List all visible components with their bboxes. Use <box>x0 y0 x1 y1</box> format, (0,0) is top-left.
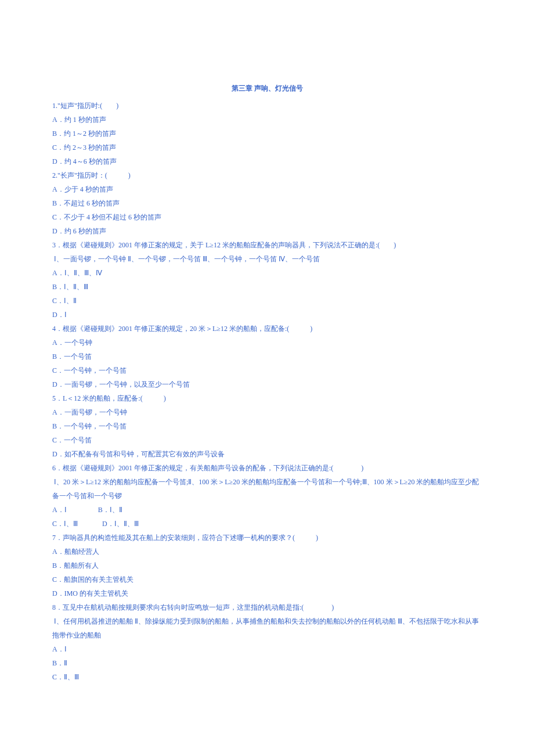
text-line: 7．声响器具的构造性能及其在船上的安装细则，应符合下述哪一机构的要求？( ) <box>52 531 482 545</box>
text-line: C．约 2～3 秒的笛声 <box>52 141 482 154</box>
text-line: D．Ⅰ <box>52 308 482 322</box>
text-line: C．不少于 4 秒但不超过 6 秒的笛声 <box>52 210 482 224</box>
text-line: D．一面号锣，一个号钟，以及至少一个号笛 <box>52 377 482 391</box>
text-line: C．船旗国的有关主管机关 <box>52 573 482 586</box>
text-line: D．如不配备有号笛和号钟，可配置其它有效的声号设备 <box>52 447 482 461</box>
text-line: A．少于 4 秒的笛声 <box>52 182 482 196</box>
text-line: C．Ⅰ、Ⅲ D．Ⅰ、Ⅱ、Ⅲ <box>52 517 482 531</box>
text-line: A．一个号钟 <box>52 336 482 350</box>
text-line: C．一个号钟，一个号笛 <box>52 363 482 377</box>
text-line: 2."长声"指历时：( ) <box>52 168 482 182</box>
text-line: D．约 4～6 秒的笛声 <box>52 154 482 168</box>
text-line: C．Ⅱ、Ⅲ <box>52 670 482 684</box>
text-line: 1."短声"指历时:( ) <box>52 99 482 113</box>
text-line: C．Ⅰ、Ⅱ <box>52 294 482 308</box>
text-line: A．船舶经营人 <box>52 545 482 559</box>
text-line: Ⅰ、一面号锣，一个号钟 Ⅱ、一个号锣，一个号笛 Ⅲ、一个号钟，一个号笛 Ⅳ、一个… <box>52 252 482 266</box>
text-line: Ⅰ、任何用机器推进的船舶 Ⅱ、除操纵能力受到限制的船舶，从事捕鱼的船舶和失去控制… <box>52 614 482 642</box>
text-line: 6．根据《避碰规则》2001 年修正案的规定，有关船舶声号设备的配备，下列说法正… <box>52 461 482 475</box>
text-line: B．约 1～2 秒的笛声 <box>52 127 482 141</box>
text-line: A．Ⅰ B．Ⅰ、Ⅱ <box>52 503 482 517</box>
text-line: B．一个号笛 <box>52 350 482 363</box>
text-line: 3．根据《避碰规则》2001 年修正案的规定，关于 L≥12 米的船舶应配备的声… <box>52 238 482 252</box>
chapter-title: 第三章 声响、灯光信号 <box>52 81 482 95</box>
question-list: 1."短声"指历时:( )A．约 1 秒的笛声B．约 1～2 秒的笛声C．约 2… <box>52 99 482 684</box>
text-line: C．一个号笛 <box>52 433 482 447</box>
text-line: A．一面号锣，一个号钟 <box>52 405 482 419</box>
text-line: B．Ⅱ <box>52 656 482 670</box>
text-line: 4．根据《避碰规则》2001 年修正案的规定，20 米＞L≥12 米的船舶，应配… <box>52 322 482 336</box>
text-line: B．船舶所有人 <box>52 559 482 573</box>
text-line: 5．L＜12 米的船舶，应配备:( ) <box>52 391 482 405</box>
text-line: D．IMO 的有关主管机关 <box>52 586 482 600</box>
text-line: B．Ⅰ、Ⅱ、Ⅲ <box>52 280 482 294</box>
text-line: A．约 1 秒的笛声 <box>52 113 482 127</box>
text-line: D．约 6 秒的笛声 <box>52 224 482 238</box>
text-line: A．Ⅰ <box>52 642 482 656</box>
text-line: Ⅰ、20 米＞L≥12 米的船舶均应配备一个号笛;Ⅱ、100 米＞L≥20 米的… <box>52 475 482 503</box>
text-line: B．不超过 6 秒的笛声 <box>52 196 482 210</box>
text-line: 8．互见中在航机动船按规则要求向右转向时应鸣放一短声，这里指的机动船是指:( ) <box>52 600 482 614</box>
text-line: A．Ⅰ、Ⅱ、Ⅲ、Ⅳ <box>52 266 482 280</box>
text-line: B．一个号钟，一个号笛 <box>52 419 482 433</box>
